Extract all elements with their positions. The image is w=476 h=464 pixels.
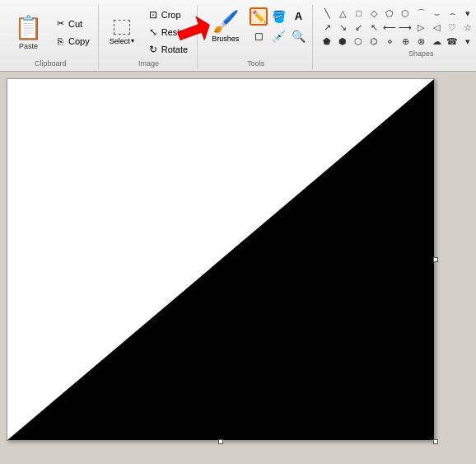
- clipboard-group-label: Clipboard: [35, 59, 67, 68]
- shapes-group: ╲ △ □ ◇ ⬠ ⬡ ⌒ ⌣ ⌢ ▾ ↗ ↘ ↙ ↖ ⟵: [315, 5, 476, 69]
- image-group: Select ▾ ⊡ Crop ⤡ Resize: [100, 5, 198, 69]
- shape-btn-3[interactable]: ◇: [366, 7, 381, 20]
- shape-btn-13[interactable]: ↖: [366, 21, 381, 34]
- shape-btn-6[interactable]: ⌒: [413, 7, 428, 20]
- text-icon: A: [295, 10, 302, 22]
- clipboard-group: 📋 Paste ✂ Cut ⎘ Copy Clipboar: [3, 5, 99, 69]
- rotate-icon: ↻: [147, 43, 160, 56]
- brushes-label: Brushes: [212, 35, 239, 43]
- fill-button[interactable]: 🪣: [269, 7, 287, 26]
- copy-icon: ⎘: [54, 35, 67, 48]
- pencil-icon: ✏️: [252, 10, 266, 23]
- canvas-wrapper: [7, 78, 435, 441]
- main-canvas[interactable]: [7, 78, 435, 441]
- brushes-button[interactable]: 🖌️ Brushes: [204, 7, 246, 45]
- cut-button[interactable]: ✂ Cut: [50, 16, 93, 32]
- resize-handle-right[interactable]: [433, 257, 438, 262]
- shape-btn-5[interactable]: ⬡: [398, 7, 413, 20]
- crop-label: Crop: [161, 10, 181, 20]
- paste-icon: 📋: [14, 14, 43, 41]
- shape-btn-11[interactable]: ↘: [335, 21, 350, 34]
- pencil-button[interactable]: ✏️: [250, 7, 268, 26]
- copy-label: Copy: [68, 36, 90, 46]
- cut-icon: ✂: [54, 17, 67, 30]
- tools-group: 🖌️ Brushes ✏️ 🪣: [199, 5, 313, 69]
- cut-label: Cut: [68, 19, 82, 29]
- rotate-button[interactable]: ↻ Rotate: [143, 41, 193, 58]
- paste-button[interactable]: 📋 Paste: [8, 12, 49, 53]
- resize-icon: ⤡: [147, 26, 160, 39]
- brushes-icon: 🖌️: [212, 9, 239, 35]
- select-label: Select: [110, 37, 130, 45]
- canvas-drawing: [7, 79, 434, 440]
- shape-btn-0[interactable]: ╲: [320, 7, 334, 20]
- color-picker-icon: 💉: [272, 30, 286, 43]
- resize-handle-bottom[interactable]: [218, 439, 223, 444]
- shape-btn-21[interactable]: ⬢: [335, 35, 350, 48]
- select-button[interactable]: Select ▾: [105, 17, 138, 48]
- select-dropdown-icon[interactable]: ▾: [131, 37, 134, 45]
- rotate-label: Rotate: [161, 45, 188, 54]
- shape-btn-25[interactable]: ⊕: [398, 35, 413, 48]
- resize-button[interactable]: ⤡ Resize: [143, 24, 193, 40]
- shape-btn-27[interactable]: ☁: [429, 35, 444, 48]
- select-icon: [114, 20, 130, 35]
- crop-icon: ⊡: [147, 8, 160, 21]
- shape-btn-7[interactable]: ⌣: [429, 7, 444, 20]
- shape-btn-8[interactable]: ⌢: [445, 7, 460, 20]
- paste-label: Paste: [19, 42, 38, 50]
- shape-btn-16[interactable]: ▷: [413, 21, 428, 34]
- shape-btn-24[interactable]: ⋄: [382, 35, 397, 48]
- image-small-buttons: ⊡ Crop ⤡ Resize ↻ Rotate: [143, 7, 193, 58]
- resize-label: Resize: [161, 27, 189, 37]
- shape-btn-4[interactable]: ⬠: [382, 7, 397, 20]
- copy-button[interactable]: ⎘ Copy: [50, 33, 93, 49]
- shape-btn-28[interactable]: ☎: [445, 35, 460, 48]
- resize-handle-corner[interactable]: [433, 439, 438, 444]
- shape-btn-10[interactable]: ↗: [320, 21, 334, 34]
- clipboard-small-buttons: ✂ Cut ⎘ Copy: [50, 16, 93, 49]
- shape-btn-26[interactable]: ⊗: [413, 35, 428, 48]
- zoom-button[interactable]: 🔍: [289, 27, 307, 45]
- crop-button[interactable]: ⊡ Crop: [143, 7, 193, 23]
- tools-group-label: Tools: [247, 59, 264, 68]
- eraser-button[interactable]: ◻: [250, 27, 268, 45]
- shape-btn-20[interactable]: ⬟: [320, 35, 334, 48]
- shape-btn-15[interactable]: ⟶: [398, 21, 413, 34]
- shape-btn-19[interactable]: ☆: [460, 21, 475, 34]
- shape-btn-1[interactable]: △: [335, 7, 350, 20]
- shapes-grid: ╲ △ □ ◇ ⬠ ⬡ ⌒ ⌣ ⌢ ▾ ↗ ↘ ↙ ↖ ⟵: [320, 7, 475, 48]
- fill-bucket-icon: 🪣: [272, 10, 286, 23]
- color-picker-button[interactable]: 💉: [269, 27, 287, 45]
- shape-btn-2[interactable]: □: [351, 7, 366, 20]
- shape-btn-12[interactable]: ↙: [351, 21, 366, 34]
- ribbon: 📋 Paste ✂ Cut ⎘ Copy Clipboar: [0, 0, 476, 72]
- image-group-label: Image: [138, 59, 159, 68]
- shape-btn-18[interactable]: ♡: [445, 21, 460, 34]
- text-button[interactable]: A: [289, 7, 307, 26]
- shapes-group-label: Shapes: [408, 49, 434, 58]
- shape-btn-9[interactable]: ▾: [460, 7, 475, 20]
- shape-btn-14[interactable]: ⟵: [382, 21, 397, 34]
- shape-btn-23[interactable]: ⌬: [366, 35, 381, 48]
- eraser-icon: ◻: [254, 30, 264, 42]
- shape-btn-22[interactable]: ⬡: [351, 35, 366, 48]
- shape-btn-29[interactable]: ▾: [460, 35, 475, 48]
- shape-btn-17[interactable]: ◁: [429, 21, 444, 34]
- canvas-area: [0, 72, 476, 464]
- zoom-icon: 🔍: [292, 30, 306, 43]
